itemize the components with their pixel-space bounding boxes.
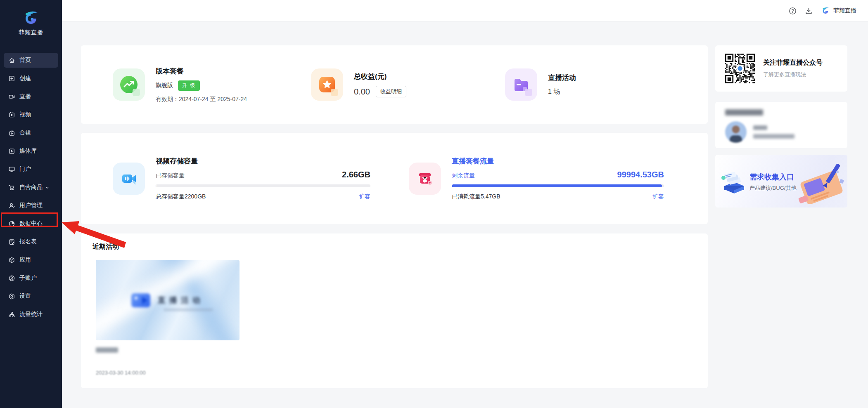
registration-form-icon [8, 238, 15, 245]
brand-logo-icon [821, 7, 830, 15]
sidebar-item-label: 设置 [19, 292, 31, 300]
revenue-value: 0.00 [354, 87, 370, 97]
yuan-wallet-icon [409, 163, 441, 195]
storage-progress-bar [156, 184, 370, 187]
qr-card: 关注菲耀直播公众号 了解更多直播玩法 [715, 45, 847, 92]
media-library-icon [8, 148, 15, 155]
recent-activity-card: 近期活动 直播活动 2023-03-30 14:00:00 [81, 233, 708, 388]
agent-card-title-blurred [725, 109, 763, 116]
sidebar-item-label: 视频 [19, 111, 31, 118]
top-header: 菲耀直播 [62, 0, 868, 21]
avatar [725, 121, 747, 143]
plan-validity: 有效期：2024-07-24 至 2025-07-24 [156, 96, 247, 103]
video-icon [8, 111, 15, 118]
activity-thumbnail[interactable]: 直播活动 [96, 260, 240, 340]
upgrade-button[interactable]: 升 级 [178, 80, 200, 91]
sidebar-item-traffic-stats[interactable]: 流量统计 [4, 307, 58, 322]
storage-used-value: 2.66GB [342, 170, 370, 179]
sidebar-item-label: 门户 [19, 165, 31, 173]
live-folder-icon [505, 68, 537, 101]
sidebar-item-label: 媒体库 [19, 147, 37, 155]
sidebar-item-media-library[interactable]: 媒体库 [4, 144, 58, 158]
agent-phone-blurred [753, 134, 794, 139]
create-icon [8, 75, 15, 82]
sidebar-item-video[interactable]: 视频 [4, 107, 58, 122]
live-events-title: 直播活动 [548, 73, 576, 83]
plan-tier: 旗舰版 [156, 82, 173, 89]
chevron-down-icon [45, 185, 50, 190]
sidebar-item-apps[interactable]: 应用 [4, 252, 58, 267]
help-icon[interactable] [789, 7, 797, 15]
traffic-expand-link[interactable]: 扩容 [652, 193, 664, 200]
activity-overlay-text: 直播活动 [158, 295, 204, 306]
traffic-progress-bar [452, 184, 664, 187]
overview-card: 版本套餐 旗舰版 升 级 有效期：2024-07-24 至 2025-07-24… [81, 45, 708, 124]
agent-name-blurred [753, 125, 767, 130]
recent-activity-title: 近期活动 [92, 243, 696, 251]
sidebar-item-own-products[interactable]: 自营商品 [4, 180, 58, 195]
traffic-stats-icon [8, 311, 15, 318]
storage-total-label: 总存储容量2200GB [156, 193, 206, 200]
sidebar-logo: 菲耀直播 [0, 0, 62, 36]
apps-icon [8, 257, 15, 264]
feedback-printer-illustration [721, 168, 747, 195]
sidebar: 菲耀直播 首页创建直播视频合辑媒体库门户自营商品用户管理数据中心报名表应用子账户… [0, 0, 62, 408]
sidebar-menu: 首页创建直播视频合辑媒体库门户自营商品用户管理数据中心报名表应用子账户设置流量统… [0, 53, 62, 322]
activity-name-blurred [96, 347, 118, 353]
traffic-remaining-label: 剩余流量 [452, 172, 475, 179]
feedback-title: 需求收集入口 [749, 172, 794, 182]
sidebar-item-create[interactable]: 创建 [4, 71, 58, 86]
sidebar-item-label: 子账户 [19, 274, 37, 282]
feedback-subtitle: 产品建议/BUG/其他 [749, 184, 796, 192]
sidebar-item-home[interactable]: 首页 [4, 53, 58, 68]
sidebar-item-label: 报名表 [19, 238, 37, 245]
storage-title: 视频存储容量 [156, 156, 370, 166]
revenue-detail-button[interactable]: 收益明细 [376, 86, 406, 97]
plan-stat: 版本套餐 旗舰版 升 级 有效期：2024-07-24 至 2025-07-24 [113, 66, 311, 103]
settings-icon [8, 293, 15, 300]
plan-trend-icon [113, 68, 145, 101]
sidebar-item-live[interactable]: 直播 [4, 89, 58, 104]
sub-account-icon [8, 275, 15, 282]
activity-date: 2023-03-30 14:00:00 [96, 370, 146, 376]
video-camera-icon [113, 163, 145, 195]
header-account[interactable]: 菲耀直播 [821, 7, 856, 15]
collection-icon [8, 130, 15, 137]
sidebar-item-label: 创建 [19, 75, 31, 82]
header-account-name: 菲耀直播 [833, 7, 856, 14]
sidebar-item-label: 合辑 [19, 129, 31, 137]
account-agent-card [715, 102, 847, 148]
brand-logo-icon [22, 10, 40, 26]
live-icon [8, 93, 15, 100]
sidebar-item-label: 用户管理 [19, 202, 43, 209]
sidebar-item-collection[interactable]: 合辑 [4, 125, 58, 140]
data-center-icon [8, 220, 15, 227]
feedback-pen-illustration [793, 161, 847, 204]
sidebar-item-sub-account[interactable]: 子账户 [4, 271, 58, 285]
sidebar-item-portal[interactable]: 门户 [4, 162, 58, 177]
feedback-entry-card[interactable]: 需求收集入口 产品建议/BUG/其他 [715, 155, 847, 208]
sidebar-item-registration-form[interactable]: 报名表 [4, 234, 58, 249]
storage-used-label: 已存储容量 [156, 172, 185, 179]
download-icon[interactable] [805, 7, 813, 15]
sidebar-item-settings[interactable]: 设置 [4, 289, 58, 304]
own-products-icon [8, 184, 15, 191]
traffic-remaining-value: 99994.53GB [617, 170, 664, 179]
storage-expand-link[interactable]: 扩容 [359, 193, 370, 200]
plan-title: 版本套餐 [156, 66, 247, 76]
sidebar-item-label: 应用 [19, 256, 31, 264]
sidebar-item-data-center[interactable]: 数据中心 [4, 216, 58, 231]
revenue-star-icon [311, 68, 343, 101]
revenue-title: 总收益(元) [354, 72, 406, 81]
usage-card: 视频存储容量 已存储容量 2.66GB 总存储容量2200GB 扩容 [81, 133, 708, 224]
revenue-stat: 总收益(元) 0.00 收益明细 [311, 68, 505, 101]
storage-module: 视频存储容量 已存储容量 2.66GB 总存储容量2200GB 扩容 [113, 133, 370, 224]
header-actions: 菲耀直播 [789, 0, 856, 21]
portal-icon [8, 166, 15, 173]
sidebar-item-user-management[interactable]: 用户管理 [4, 198, 58, 213]
sidebar-item-label: 首页 [19, 57, 31, 64]
traffic-consumed-label: 已消耗流量5.47GB [452, 193, 500, 200]
traffic-module: 直播套餐流量 剩余流量 99994.53GB 已消耗流量5.47GB 扩容 [409, 133, 664, 224]
sidebar-item-label: 直播 [19, 93, 31, 100]
user-management-icon [8, 202, 15, 209]
